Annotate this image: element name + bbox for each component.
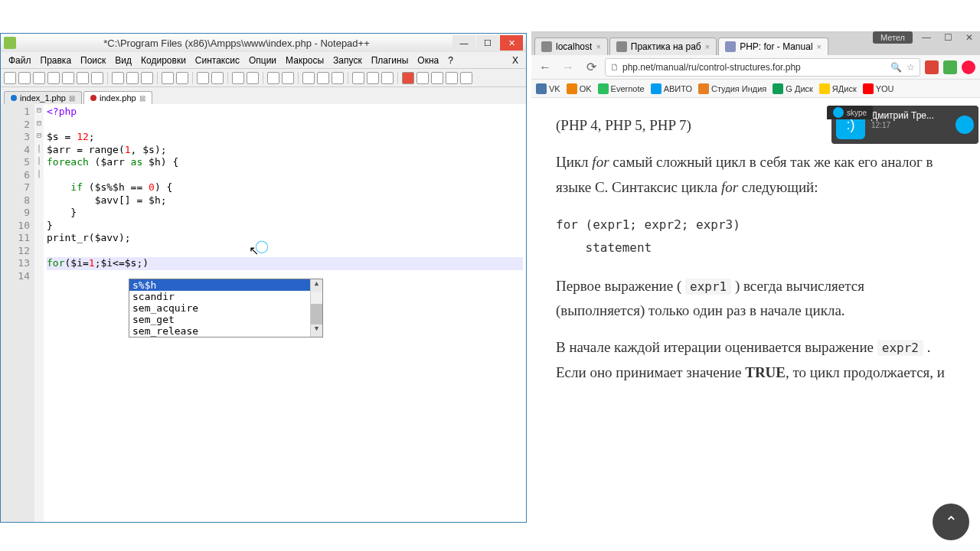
fold-icon[interactable]: [367, 72, 379, 84]
favicon-icon: [541, 41, 552, 52]
browser-maximize-button[interactable]: ☐: [937, 32, 959, 47]
bookmark-avito[interactable]: АВИТО: [651, 83, 692, 94]
scroll-to-top-button[interactable]: ⌃: [933, 504, 969, 540]
browser-tab-localhost[interactable]: localhost ×: [534, 37, 608, 55]
tab-saved-icon: [11, 95, 17, 101]
show-all-icon[interactable]: [317, 72, 329, 84]
tab-close-icon[interactable]: ⊠: [69, 94, 75, 103]
browser-tab-php-manual[interactable]: PHP: for - Manual ×: [718, 37, 828, 55]
save-icon[interactable]: [33, 72, 45, 84]
close-all-icon[interactable]: [77, 72, 89, 84]
autocomplete-item[interactable]: sem_get: [129, 314, 322, 325]
menu-file[interactable]: Файл: [4, 54, 36, 67]
autocomplete-popup[interactable]: s%$h scandir sem_acquire sem_get sem_rel…: [129, 279, 323, 337]
scroll-down-icon[interactable]: ▼: [311, 324, 322, 337]
autocomplete-scrollbar[interactable]: ▲ ▼: [310, 279, 322, 337]
tab-close-icon[interactable]: ⊠: [139, 94, 145, 103]
address-bar[interactable]: 🗋 php.net/manual/ru/control-structures.f…: [605, 58, 920, 77]
skype-call-button[interactable]: [956, 116, 974, 134]
sync-h-icon[interactable]: [282, 72, 294, 84]
play-multi-icon[interactable]: [446, 72, 458, 84]
menu-close-x[interactable]: X: [508, 55, 523, 66]
autocomplete-item[interactable]: scandir: [129, 291, 322, 302]
bookmark-gdisk[interactable]: G Диск: [773, 83, 813, 94]
menu-help[interactable]: ?: [443, 54, 458, 67]
bookmark-vk[interactable]: VK: [536, 83, 560, 94]
cut-icon[interactable]: [112, 72, 124, 84]
favicon-icon: [616, 41, 627, 52]
paste-icon[interactable]: [141, 72, 153, 84]
redo-icon[interactable]: [176, 72, 188, 84]
tab-modified-icon: [90, 95, 96, 101]
print-icon[interactable]: [91, 72, 103, 84]
zoom-out-icon[interactable]: [247, 72, 259, 84]
npp-titlebar[interactable]: *C:\Program Files (x86)\Ampps\www\index.…: [1, 34, 526, 52]
replace-icon[interactable]: [211, 72, 224, 84]
indent-guide-icon[interactable]: [332, 72, 344, 84]
undo-icon[interactable]: [162, 72, 174, 84]
tab-close-icon[interactable]: ×: [596, 42, 600, 51]
record-icon[interactable]: [402, 72, 414, 84]
autocomplete-item[interactable]: sem_acquire: [129, 302, 322, 314]
menu-encoding[interactable]: Кодировки: [136, 54, 191, 67]
autocomplete-item[interactable]: sem_release: [129, 325, 322, 337]
scroll-up-icon[interactable]: ▲: [311, 279, 322, 292]
tab-label: index.php: [100, 93, 136, 103]
menu-options[interactable]: Опции: [244, 54, 281, 67]
close-file-icon[interactable]: [62, 72, 74, 84]
bookmark-star-icon[interactable]: ☆: [906, 62, 915, 73]
menu-edit[interactable]: Правка: [36, 54, 77, 67]
menu-macros[interactable]: Макросы: [281, 54, 328, 67]
close-button[interactable]: ✕: [500, 35, 523, 51]
scroll-thumb[interactable]: [311, 304, 322, 327]
tab-close-icon[interactable]: ×: [705, 42, 710, 51]
wrap-icon[interactable]: [302, 72, 315, 84]
sync-v-icon[interactable]: [267, 72, 279, 84]
menu-run[interactable]: Запуск: [328, 54, 367, 67]
menu-syntax[interactable]: Синтаксис: [191, 54, 244, 67]
browser-tab-practice[interactable]: Практика на раб ×: [609, 37, 717, 55]
weather-widget[interactable]: Метел: [873, 31, 913, 44]
open-file-icon[interactable]: [18, 72, 31, 84]
tab-close-icon[interactable]: ×: [817, 42, 822, 51]
save-all-icon[interactable]: [47, 72, 60, 84]
zoom-icon[interactable]: 🔍: [890, 62, 902, 73]
favicon-php-icon: [725, 41, 736, 52]
minimize-button[interactable]: —: [452, 35, 475, 51]
find-icon[interactable]: [197, 72, 209, 84]
file-tab-index1[interactable]: index_1.php ⊠: [4, 91, 82, 104]
stop-icon[interactable]: [416, 72, 429, 84]
menu-search[interactable]: Поиск: [76, 54, 110, 67]
opera-ext-icon[interactable]: [962, 60, 975, 74]
ext-icon[interactable]: [943, 60, 957, 74]
autocomplete-item[interactable]: s%$h: [129, 279, 322, 291]
save-macro-icon[interactable]: [460, 72, 472, 84]
unfold-icon[interactable]: [381, 72, 394, 84]
browser-close-button[interactable]: ✕: [959, 32, 980, 47]
forward-button[interactable]: →: [559, 58, 577, 77]
file-tab-index[interactable]: index.php ⊠: [83, 91, 152, 104]
bookmark-youtube[interactable]: YOU: [863, 83, 894, 94]
page-info-icon[interactable]: 🗋: [610, 62, 619, 73]
bookmark-evernote[interactable]: Evernote: [598, 83, 645, 94]
bookmark-yadisk[interactable]: ЯДиск: [819, 83, 857, 94]
bookmark-studio[interactable]: Студия Индия: [698, 83, 766, 94]
maximize-button[interactable]: ☐: [476, 35, 499, 51]
menu-windows[interactable]: Окна: [413, 54, 443, 67]
page-content[interactable]: (PHP 4, PHP 5, PHP 7) Цикл for самый сло…: [531, 98, 980, 551]
paragraph: Цикл for самый сложный цикл в себя так ж…: [556, 150, 956, 200]
gmail-ext-icon[interactable]: [925, 60, 939, 74]
copy-icon[interactable]: [126, 72, 139, 84]
bookmark-ok[interactable]: OK: [567, 83, 592, 94]
lang-icon[interactable]: [352, 72, 364, 84]
menu-plugins[interactable]: Плагины: [367, 54, 413, 67]
reload-button[interactable]: ⟳: [582, 58, 600, 77]
play-icon[interactable]: [431, 72, 443, 84]
back-button[interactable]: ←: [536, 58, 554, 77]
browser-minimize-button[interactable]: —: [916, 32, 937, 47]
zoom-in-icon[interactable]: [232, 72, 244, 84]
menu-view[interactable]: Вид: [110, 54, 136, 67]
new-file-icon[interactable]: [4, 72, 16, 84]
fold-column[interactable]: ⊟⊟⊟|||: [34, 104, 44, 522]
evernote-icon: [598, 83, 609, 94]
